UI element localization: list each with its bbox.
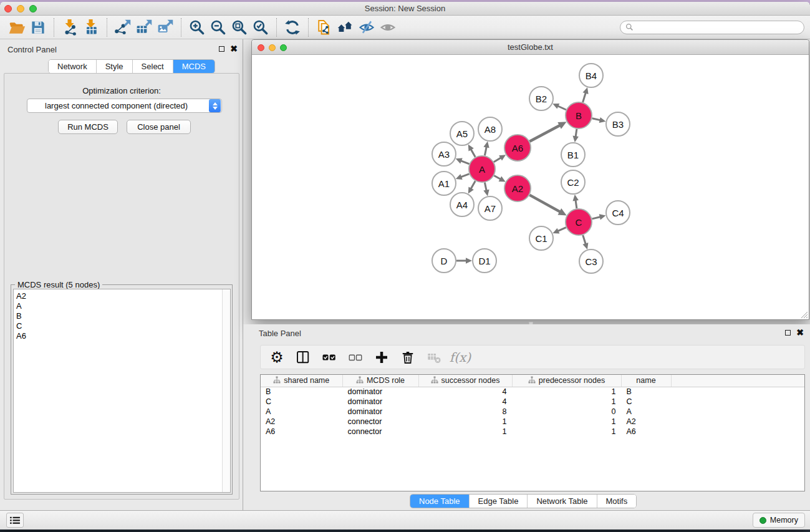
graph-node-D[interactable]: D bbox=[432, 249, 456, 273]
graph-node-A7[interactable]: A7 bbox=[478, 196, 502, 220]
graph-node-A6[interactable]: A6 bbox=[504, 135, 531, 161]
table-cell[interactable]: C bbox=[621, 397, 671, 407]
graph-edge-B-B2[interactable] bbox=[552, 104, 566, 110]
close-panel-icon[interactable]: ✖ bbox=[230, 46, 238, 52]
export-image-icon[interactable] bbox=[155, 18, 176, 37]
table-row[interactable]: Adominator80A bbox=[261, 407, 804, 417]
graph-edge-A-A8[interactable] bbox=[483, 142, 489, 156]
show-graphics-details-icon[interactable] bbox=[356, 18, 377, 37]
table-row[interactable]: A6connector11A6 bbox=[261, 427, 804, 437]
tab-edge-table[interactable]: Edge Table bbox=[470, 495, 528, 508]
graph-edge-B-B3[interactable] bbox=[592, 117, 606, 123]
graph-node-B4[interactable]: B4 bbox=[579, 64, 603, 87]
graph-edge-C-C2[interactable] bbox=[573, 195, 579, 208]
table-row[interactable]: A2connector11A2 bbox=[261, 417, 804, 427]
export-network-icon[interactable] bbox=[112, 18, 133, 37]
run-mcds-button[interactable]: Run MCDS bbox=[58, 120, 118, 134]
table-row[interactable]: Cdominator41C bbox=[261, 397, 804, 407]
graph-node-A[interactable]: A bbox=[469, 156, 495, 182]
column-header-successor-nodes[interactable]: successor nodes bbox=[418, 375, 512, 387]
new-network-from-selection-icon[interactable] bbox=[314, 18, 335, 37]
table-cell[interactable]: A2 bbox=[621, 417, 671, 427]
graph-edge-A6-B[interactable] bbox=[529, 122, 566, 141]
tab-network[interactable]: Network bbox=[49, 60, 97, 73]
graph-node-C1[interactable]: C1 bbox=[529, 226, 553, 250]
graph-edge-B-B4[interactable] bbox=[583, 87, 589, 102]
table-cell[interactable]: A bbox=[621, 407, 671, 417]
close-table-panel-icon[interactable]: ✖ bbox=[796, 329, 804, 336]
graph-node-C[interactable]: C bbox=[566, 209, 592, 235]
delete-columns-icon[interactable] bbox=[399, 349, 417, 366]
graph-edge-C-C4[interactable] bbox=[592, 214, 605, 220]
deselect-all-columns-icon[interactable] bbox=[347, 349, 364, 366]
column-header-MCDS-role[interactable]: MCDS role bbox=[342, 375, 418, 387]
import-network-icon[interactable] bbox=[59, 18, 80, 37]
graph-node-C3[interactable]: C3 bbox=[579, 249, 603, 273]
tab-network-table[interactable]: Network Table bbox=[528, 495, 597, 508]
zoom-selected-icon[interactable] bbox=[250, 18, 271, 37]
graph-edge-D-D1[interactable] bbox=[456, 258, 472, 264]
result-list-scrollbar[interactable] bbox=[222, 289, 230, 492]
select-all-columns-icon[interactable] bbox=[321, 349, 338, 366]
zoom-out-icon[interactable] bbox=[208, 18, 229, 37]
search-input[interactable] bbox=[637, 23, 799, 32]
tab-style[interactable]: Style bbox=[97, 60, 133, 73]
table-cell[interactable]: A2 bbox=[261, 417, 342, 427]
table-cell[interactable]: A bbox=[261, 407, 342, 417]
memory-button[interactable]: Memory bbox=[753, 513, 805, 528]
table-cell[interactable]: 1 bbox=[512, 427, 621, 437]
graph-edge-C-C3[interactable] bbox=[582, 235, 588, 249]
resize-grip-icon[interactable] bbox=[799, 310, 808, 318]
optimization-criterion-dropdown[interactable]: largest connected component (directed) bbox=[27, 99, 222, 113]
graph-edge-A-A1[interactable] bbox=[456, 174, 470, 180]
graph-edge-A2-C[interactable] bbox=[529, 195, 566, 216]
table-cell[interactable]: A6 bbox=[261, 427, 342, 437]
table-row[interactable]: Bdominator41B bbox=[261, 387, 804, 397]
tab-mcds[interactable]: MCDS bbox=[173, 60, 215, 73]
graph-node-A2[interactable]: A2 bbox=[504, 175, 531, 201]
table-cell[interactable]: A6 bbox=[621, 427, 671, 437]
graph-edge-A-A7[interactable] bbox=[483, 183, 489, 196]
tab-select[interactable]: Select bbox=[133, 60, 173, 73]
table-cell[interactable]: 0 bbox=[512, 407, 621, 417]
result-list-item[interactable]: A6 bbox=[16, 331, 230, 341]
open-session-icon[interactable] bbox=[6, 18, 27, 37]
graph-node-A4[interactable]: A4 bbox=[450, 193, 474, 216]
show-columns-icon[interactable] bbox=[294, 349, 312, 366]
table-cell[interactable]: 4 bbox=[418, 397, 512, 407]
result-list-item[interactable]: B bbox=[16, 311, 230, 321]
result-list-item[interactable]: C bbox=[16, 321, 230, 331]
network-canvas[interactable]: B4B2BB3A5A8A6A3B1AA1C2A2A4A7C4CC1C3DD1 bbox=[253, 56, 808, 319]
table-cell[interactable]: B bbox=[621, 387, 671, 397]
table-cell[interactable]: 1 bbox=[512, 397, 621, 407]
task-history-button[interactable] bbox=[6, 513, 24, 528]
zoom-fit-icon[interactable] bbox=[229, 18, 250, 37]
tab-node-table[interactable]: Node Table bbox=[410, 495, 470, 508]
table-cell[interactable]: 1 bbox=[418, 427, 512, 437]
table-cell[interactable]: dominator bbox=[342, 397, 418, 407]
column-header-shared-name[interactable]: shared name bbox=[261, 375, 342, 387]
table-cell[interactable]: dominator bbox=[342, 387, 418, 397]
table-cell[interactable]: 8 bbox=[418, 407, 512, 417]
home-icon[interactable] bbox=[335, 18, 356, 37]
refresh-icon[interactable] bbox=[282, 18, 303, 37]
table-cell[interactable]: 1 bbox=[418, 417, 512, 427]
result-list-item[interactable]: A bbox=[16, 301, 230, 311]
search-box[interactable] bbox=[620, 21, 804, 34]
table-options-gear-icon[interactable]: ⚙ bbox=[268, 349, 286, 366]
table-cell[interactable]: connector bbox=[342, 427, 418, 437]
table-cell[interactable]: 4 bbox=[418, 387, 512, 397]
graph-node-A5[interactable]: A5 bbox=[450, 122, 474, 145]
create-column-icon[interactable] bbox=[373, 349, 390, 366]
graph-node-B[interactable]: B bbox=[566, 102, 592, 128]
graph-node-D1[interactable]: D1 bbox=[473, 249, 496, 273]
graph-edge-A-A5[interactable] bbox=[468, 144, 475, 157]
export-table-icon[interactable] bbox=[133, 18, 155, 37]
column-header-predecessor-nodes[interactable]: predecessor nodes bbox=[512, 375, 621, 387]
graph-node-A1[interactable]: A1 bbox=[432, 172, 456, 195]
graph-node-C4[interactable]: C4 bbox=[606, 201, 630, 225]
column-header-name[interactable]: name bbox=[621, 375, 671, 387]
graph-node-B2[interactable]: B2 bbox=[529, 87, 553, 110]
graph-edge-A-A3[interactable] bbox=[456, 158, 470, 164]
graph-node-A8[interactable]: A8 bbox=[478, 117, 502, 141]
